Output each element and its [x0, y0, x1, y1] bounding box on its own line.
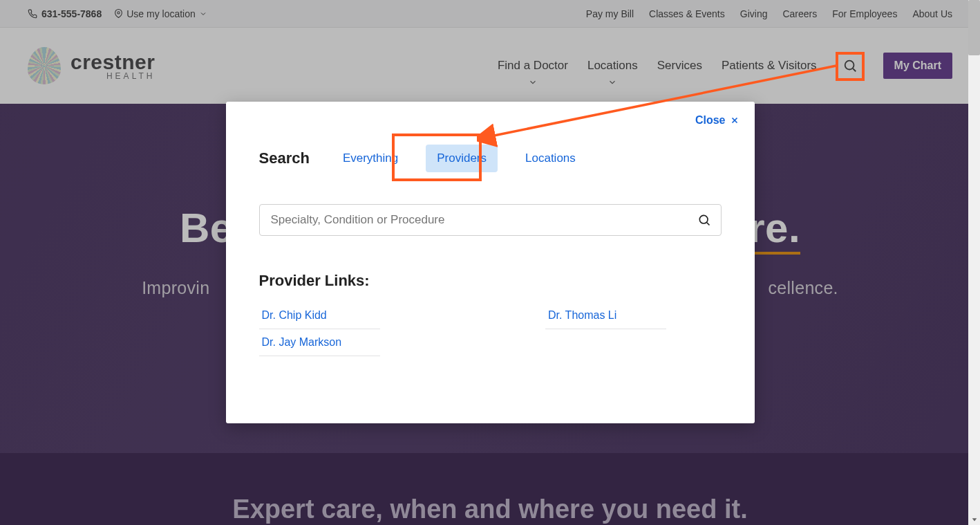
provider-link[interactable]: Dr. Jay Markson [259, 329, 380, 356]
search-input[interactable] [270, 212, 690, 228]
svg-point-5 [699, 215, 708, 223]
tab-providers[interactable]: Providers [426, 145, 498, 172]
modal-scrim[interactable]: Close Search Everything Providers Locati… [0, 0, 980, 525]
scrollbar-thumb[interactable] [968, 0, 980, 55]
svg-line-6 [706, 223, 709, 225]
search-box[interactable] [259, 204, 722, 236]
provider-link[interactable]: Dr. Thomas Li [545, 302, 666, 329]
close-label: Close [695, 114, 726, 127]
provider-links: Dr. Chip Kidd Dr. Jay Markson Dr. Thomas… [259, 302, 722, 356]
vertical-scrollbar[interactable] [968, 0, 980, 525]
search-icon[interactable] [697, 213, 711, 227]
scrollbar-down-button[interactable] [968, 513, 980, 525]
close-icon [730, 116, 739, 125]
close-button[interactable]: Close [695, 114, 739, 127]
search-tab-row: Search Everything Providers Locations [259, 145, 722, 172]
provider-link[interactable]: Dr. Chip Kidd [259, 302, 380, 329]
tab-locations[interactable]: Locations [514, 145, 587, 172]
tab-everything[interactable]: Everything [332, 145, 409, 172]
search-modal: Close Search Everything Providers Locati… [226, 102, 755, 423]
svg-marker-8 [972, 518, 977, 521]
search-label: Search [259, 149, 310, 167]
provider-links-title: Provider Links: [259, 272, 722, 290]
